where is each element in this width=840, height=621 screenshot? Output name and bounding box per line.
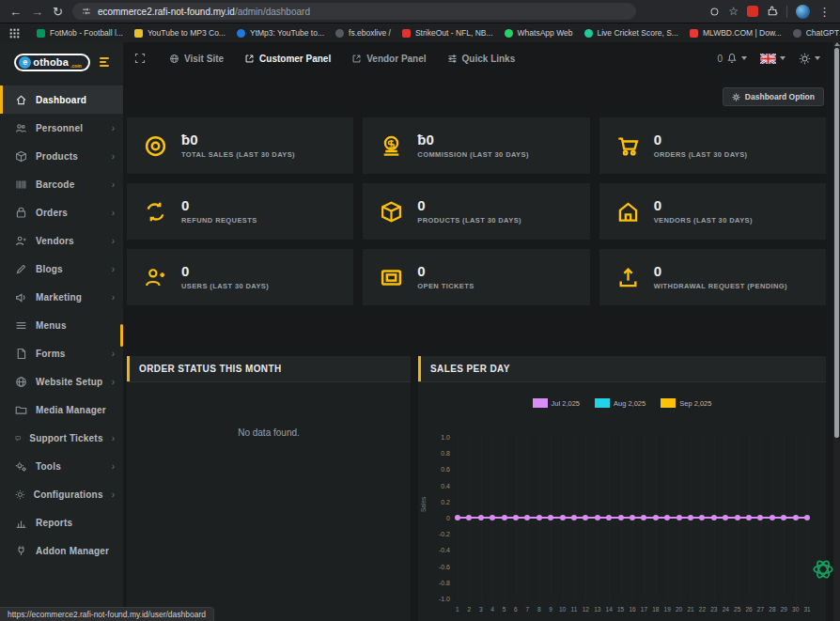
sidebar-item-forms[interactable]: Forms› [0, 339, 123, 367]
logo-mark-icon: e [19, 56, 31, 69]
addon-flower-icon[interactable] [811, 557, 835, 582]
stat-card-orders-last-30-days: 0ORDERS (LAST 30 DAYS) [599, 117, 826, 174]
uk-flag-icon [760, 54, 776, 64]
topbar-link-customer-panel[interactable]: Customer Panel [234, 54, 341, 64]
sidebar-item-tools[interactable]: Tools› [0, 452, 123, 480]
stat-label: OPEN TICKETS [417, 282, 474, 290]
topbar-link-vendor-panel[interactable]: Vendor Panel [341, 54, 436, 64]
sidebar-item-marketing[interactable]: Marketing› [0, 283, 123, 311]
sidebar-item-orders[interactable]: Orders› [0, 198, 123, 226]
no-data-text: No data found. [127, 427, 411, 438]
bookmark-item-ytmp3-youtube-to[interactable]: YtMp3: YouTube to... [231, 28, 330, 38]
browser-chrome: ← → ↻ ecommerce2.rafi-not-found.my.id/ad… [0, 0, 840, 42]
bookmark-item-mlwbd-com-dow[interactable]: MLWBD.COM | Dow... [684, 28, 787, 38]
bookmark-label: ChatGPT [806, 28, 839, 38]
stat-label: COMMISSION (LAST 30 DAYS) [417, 150, 529, 159]
scrollbar-up-arrow[interactable] [834, 42, 840, 46]
sidebar-item-media-manager[interactable]: Media Manager [0, 396, 123, 424]
fullscreen-icon[interactable] [134, 53, 146, 64]
url-bar[interactable]: ecommerce2.rafi-not-found.my.id/admin/da… [72, 3, 636, 20]
sidebar-item-menus[interactable]: Menus [0, 311, 123, 339]
othoba-logo[interactable]: e othoba .com [14, 54, 90, 71]
sidebar-item-configurations[interactable]: Configurations› [0, 480, 123, 508]
profile-avatar[interactable] [796, 5, 810, 19]
chart-legend: Jul 2,025Aug 2,025Sep 2,025 [418, 398, 826, 408]
sidebar-scrollbar[interactable] [120, 324, 123, 347]
chevron-right-icon: › [112, 236, 115, 246]
x-tick-label: 20 [676, 606, 682, 613]
reload-icon[interactable]: ↻ [53, 5, 63, 19]
bookmark-item-fotmob-football-l[interactable]: FotMob - Football l... [31, 28, 129, 38]
extension-red-icon[interactable] [747, 6, 758, 17]
sales-per-day-panel: SALES PER DAY Jul 2,025Aug 2,025Sep 2,02… [418, 356, 826, 621]
forward-icon[interactable]: → [31, 5, 43, 19]
sidebar-item-label: Addon Manager [36, 546, 115, 556]
sidebar-toggle-icon[interactable] [100, 57, 109, 67]
sidebar-item-website-setup[interactable]: Website Setup› [0, 367, 123, 396]
scrollbar-thumb[interactable] [834, 48, 839, 438]
bookmarks-list: FotMob - Football l...YouTube to MP3 Co.… [31, 28, 840, 38]
sidebar: e othoba .com DashboardPersonnel›Product… [0, 42, 123, 621]
sidebar-item-label: Barcode [36, 179, 103, 190]
admin-app: e othoba .com DashboardPersonnel›Product… [0, 42, 840, 621]
chevron-right-icon: › [112, 489, 115, 500]
sidebar-item-blogs[interactable]: Blogs› [0, 255, 123, 283]
sidebar-item-label: Personnel [36, 123, 103, 133]
data-point [502, 515, 507, 520]
bookmark-item-strikeout-nfl-nb[interactable]: StrikeOut - NFL, NB... [397, 28, 499, 38]
gear-icon [15, 489, 25, 501]
x-tick-label: 5 [503, 606, 506, 613]
stat-label: USERS (LAST 30 DAYS) [181, 282, 269, 290]
stat-label: REFUND REQUESTS [181, 216, 257, 225]
data-point [606, 515, 612, 520]
language-dropdown[interactable] [760, 54, 786, 64]
share-icon[interactable] [709, 7, 720, 17]
sidebar-item-barcode[interactable]: Barcode› [0, 170, 123, 198]
bookmark-item-whatsapp-web[interactable]: WhatsApp Web [499, 28, 579, 38]
sidebar-item-addon-manager[interactable]: Addon Manager [0, 536, 123, 565]
sidebar-item-label: Media Manager [36, 405, 115, 415]
data-point [595, 515, 600, 520]
bookmark-item-fs-eboxlive[interactable]: fs.eboxlive / [330, 28, 397, 38]
bookmark-favicon [134, 29, 143, 38]
apps-grid-icon[interactable] [9, 28, 20, 39]
status-url: https://ecommerce2.rafi-not-found.my.id/… [8, 610, 206, 619]
sidebar-item-personnel[interactable]: Personnel› [0, 114, 123, 142]
bookmark-star-icon[interactable]: ☆ [728, 5, 739, 18]
legend-item-jul-2-025[interactable]: Jul 2,025 [533, 398, 580, 408]
stat-card-commission-last-30-days: ƀ0COMMISSION (LAST 30 DAYS) [363, 117, 589, 174]
back-icon[interactable]: ← [9, 5, 22, 19]
globe-icon [169, 54, 179, 64]
bookmark-item-chatgpt[interactable]: ChatGPT [787, 28, 840, 38]
data-point [524, 515, 530, 520]
x-tick-label: 4 [490, 606, 494, 613]
settings-dropdown[interactable] [799, 53, 820, 65]
menu-kebab-icon[interactable]: ⋮ [818, 5, 831, 19]
x-tick-label: 21 [687, 606, 693, 613]
x-tick-label: 25 [734, 606, 740, 613]
bookmark-item-live-cricket-score-s[interactable]: Live Cricket Score, S... [579, 28, 684, 38]
coin-icon [144, 134, 167, 158]
extensions-puzzle-icon[interactable] [767, 6, 778, 17]
topbar-right: 0 [717, 53, 820, 65]
legend-item-aug-2-025[interactable]: Aug 2,025 [595, 398, 646, 408]
page-scrollbar[interactable] [833, 42, 840, 621]
legend-item-sep-2-025[interactable]: Sep 2,025 [661, 398, 711, 408]
topbar-link-quick-links[interactable]: Quick Links [437, 54, 526, 64]
dashboard-option-button[interactable]: Dashboard Option [723, 87, 824, 106]
sidebar-item-support-tickets[interactable]: Support Tickets› [0, 424, 123, 452]
bookmark-item-youtube-to-mp3-co[interactable]: YouTube to MP3 Co... [129, 28, 231, 38]
x-tick-label: 17 [641, 606, 647, 613]
sidebar-item-products[interactable]: Products› [0, 142, 123, 170]
x-tick-label: 18 [652, 606, 659, 613]
logo-suffix: .com [70, 63, 82, 69]
site-settings-icon[interactable] [82, 7, 91, 16]
sidebar-item-vendors[interactable]: Vendors› [0, 226, 123, 255]
bookmark-label: MLWBD.COM | Dow... [703, 28, 782, 38]
bookmark-favicon [690, 29, 698, 38]
sidebar-item-reports[interactable]: Reports [0, 508, 123, 536]
topbar-link-visit-site[interactable]: Visit Site [159, 54, 234, 64]
folder-icon [15, 404, 27, 416]
notifications-dropdown[interactable]: 0 [717, 53, 747, 64]
sidebar-item-dashboard[interactable]: Dashboard [0, 85, 123, 114]
